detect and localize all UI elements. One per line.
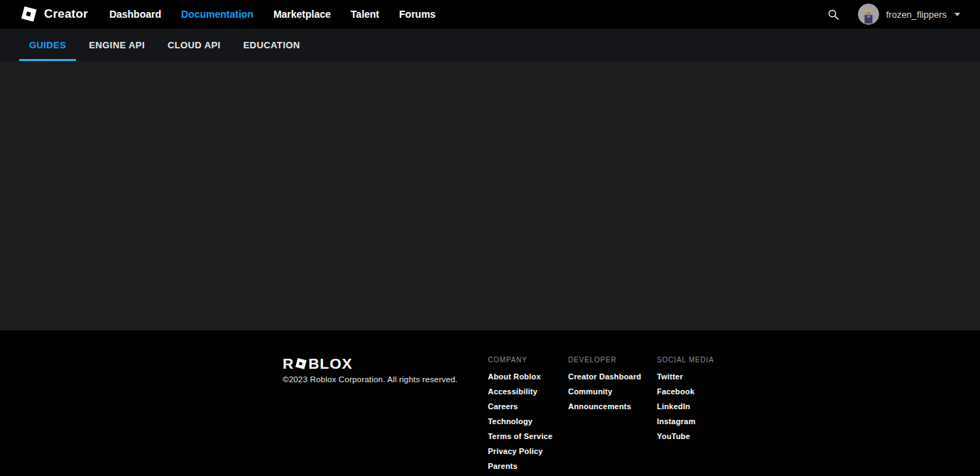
footer-link-twitter[interactable]: Twitter [657, 372, 714, 381]
nav-item-documentation[interactable]: Documentation [181, 9, 254, 20]
roblox-wordmark[interactable]: R BLOX [283, 356, 488, 371]
column-title: SOCIAL MEDIA [657, 356, 714, 364]
nav-item-talent[interactable]: Talent [351, 9, 379, 20]
footer-link-facebook[interactable]: Facebook [657, 387, 714, 396]
header-right: frozen_flippers [827, 4, 960, 25]
doc-tabbar: GUIDES ENGINE API CLOUD API EDUCATION [0, 28, 980, 61]
brand-title: Creator [44, 7, 88, 21]
footer-link-creator-dashboard[interactable]: Creator Dashboard [568, 372, 657, 381]
chevron-down-icon[interactable] [954, 13, 960, 16]
footer-link-accessibility[interactable]: Accessibility [488, 387, 568, 396]
roblox-tilted-square-icon [295, 358, 307, 369]
nav-item-dashboard[interactable]: Dashboard [109, 9, 161, 20]
footer-link-terms-of-service[interactable]: Terms of Service [488, 432, 568, 440]
tab-guides[interactable]: GUIDES [19, 28, 76, 61]
footer-link-community[interactable]: Community [568, 387, 657, 396]
copyright-text: ©2023 Roblox Corporation. All rights res… [283, 375, 488, 384]
footer-link-youtube[interactable]: YouTube [657, 432, 714, 440]
footer-column-social-media: SOCIAL MEDIA Twitter Facebook LinkedIn I… [657, 356, 714, 476]
column-title: DEVELOPER [568, 356, 657, 364]
footer-column-company: COMPANY About Roblox Accessibility Caree… [488, 356, 568, 476]
username-label[interactable]: frozen_flippers [886, 9, 947, 20]
footer-column-developer: DEVELOPER Creator Dashboard Community An… [568, 356, 657, 476]
tab-engine-api[interactable]: ENGINE API [79, 28, 155, 61]
creator-brand[interactable]: Creator [21, 6, 88, 22]
page-footer: R BLOX ©2023 Roblox Corporation. All rig… [0, 330, 980, 476]
nav-item-marketplace[interactable]: Marketplace [273, 9, 331, 20]
footer-link-privacy-policy[interactable]: Privacy Policy [488, 447, 568, 455]
footer-link-announcements[interactable]: Announcements [568, 402, 657, 411]
footer-link-instagram[interactable]: Instagram [657, 417, 714, 426]
top-header: Creator Dashboard Documentation Marketpl… [0, 0, 980, 28]
tab-education[interactable]: EDUCATION [234, 28, 310, 61]
content-area [0, 61, 980, 330]
user-avatar[interactable] [858, 4, 879, 25]
nav-item-forums[interactable]: Forums [399, 9, 435, 20]
footer-brand-block: R BLOX ©2023 Roblox Corporation. All rig… [283, 356, 488, 476]
footer-link-technology[interactable]: Technology [488, 417, 568, 426]
main-nav: Dashboard Documentation Marketplace Tale… [109, 9, 436, 20]
search-icon[interactable] [827, 9, 839, 21]
wordmark-suffix: BLOX [308, 356, 352, 371]
roblox-logo-icon [21, 6, 37, 22]
footer-link-linkedin[interactable]: LinkedIn [657, 402, 714, 411]
footer-link-careers[interactable]: Careers [488, 402, 568, 411]
tab-cloud-api[interactable]: CLOUD API [158, 28, 231, 61]
column-title: COMPANY [488, 356, 568, 364]
footer-link-about-roblox[interactable]: About Roblox [488, 372, 568, 381]
footer-link-parents[interactable]: Parents [488, 462, 568, 470]
wordmark-prefix: R [283, 356, 294, 371]
